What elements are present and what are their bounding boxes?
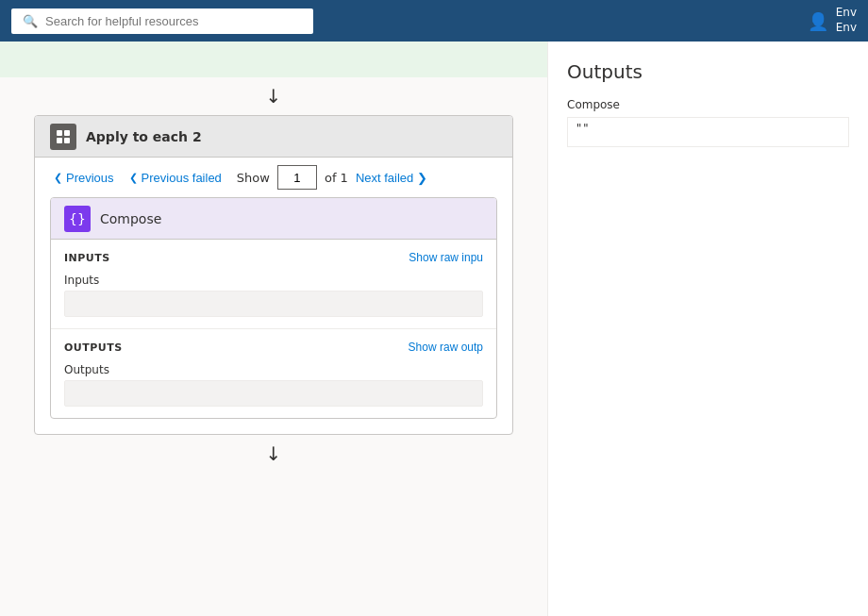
compose-header: {} Compose [51, 198, 496, 240]
green-status-bar [0, 42, 547, 77]
apply-each-container: Apply to each 2 ❮ Previous ❮ Previous fa… [34, 115, 513, 435]
svg-rect-0 [57, 130, 62, 136]
previous-failed-button[interactable]: ❮ Previous failed [125, 169, 225, 187]
compose-block: {} Compose INPUTS Show raw inpu Inputs [50, 197, 497, 419]
chevron-right-icon: ❯ [417, 171, 427, 185]
inputs-section: INPUTS Show raw inpu Inputs [51, 240, 496, 329]
outputs-panel-title: Outputs [567, 60, 849, 83]
inputs-field-label: Inputs [64, 274, 483, 287]
outputs-field-value [64, 380, 483, 407]
apply-each-header: Apply to each 2 [35, 116, 512, 158]
show-raw-outputs-button[interactable]: Show raw outp [409, 341, 483, 354]
outputs-section: OUTPUTS Show raw outp Outputs [51, 329, 496, 418]
top-bar: 🔍 👤 Env Env [0, 0, 868, 42]
chevron-left-failed-icon: ❮ [129, 172, 138, 184]
search-input[interactable] [45, 14, 302, 28]
page-input[interactable] [277, 165, 317, 190]
show-label: Show [237, 171, 270, 185]
svg-rect-3 [64, 138, 70, 143]
previous-label: Previous [66, 171, 114, 185]
next-failed-label: Next failed [356, 171, 413, 185]
arrow-down-icon: ↓ [266, 85, 282, 108]
arrow-connector-top: ↓ [0, 77, 547, 115]
env-label: Env Env [836, 6, 857, 35]
outputs-compose-value: "" [567, 117, 849, 147]
inputs-section-label: INPUTS [64, 252, 110, 264]
outputs-section-label: OUTPUTS [64, 341, 123, 354]
inputs-section-header: INPUTS Show raw inpu [64, 251, 483, 264]
previous-failed-label: Previous failed [142, 171, 222, 185]
braces-icon: {} [69, 211, 86, 226]
nav-row: ❮ Previous ❮ Previous failed Show of 1 N… [35, 158, 512, 197]
outputs-panel: Outputs Compose "" [547, 42, 868, 616]
apply-each-icon [50, 124, 76, 150]
chevron-left-icon: ❮ [54, 172, 62, 184]
arrow-connector-bottom: ↓ [0, 435, 547, 473]
apply-each-title: Apply to each 2 [86, 129, 202, 144]
outputs-field-label: Outputs [64, 363, 483, 376]
search-icon: 🔍 [23, 14, 38, 28]
next-failed-button[interactable]: Next failed ❯ [356, 171, 427, 185]
outputs-section-header: OUTPUTS Show raw outp [64, 341, 483, 354]
svg-rect-1 [64, 130, 70, 136]
compose-icon: {} [64, 206, 91, 232]
of-label: of 1 [325, 171, 348, 185]
search-box[interactable]: 🔍 [11, 8, 313, 34]
outputs-compose-label: Compose [567, 98, 849, 111]
show-raw-inputs-button[interactable]: Show raw inpu [409, 251, 483, 264]
previous-button[interactable]: ❮ Previous [50, 169, 118, 187]
main-layout: ↓ Apply to each 2 ❮ [0, 42, 868, 616]
canvas-panel: ↓ Apply to each 2 ❮ [0, 42, 547, 616]
compose-title: Compose [100, 211, 161, 226]
outputs-field: Outputs [64, 363, 483, 407]
environment-icon: 👤 [808, 11, 828, 31]
svg-rect-2 [57, 138, 62, 143]
top-bar-right: 👤 Env Env [808, 6, 857, 35]
arrow-down-bottom-icon: ↓ [266, 442, 282, 465]
inputs-field-value [64, 291, 483, 317]
inputs-field: Inputs [64, 274, 483, 317]
